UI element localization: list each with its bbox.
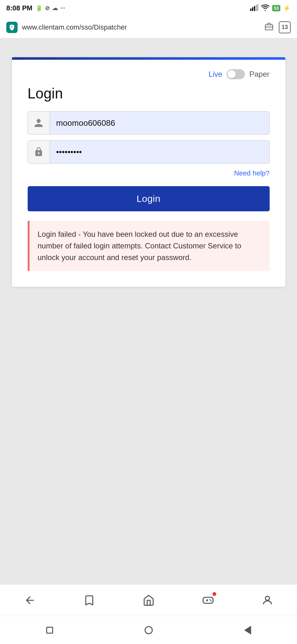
url-display[interactable]: www.clientam.com/sso/Dispatcher xyxy=(22,23,260,31)
nav-profile-button[interactable] xyxy=(258,591,277,610)
card-accent-bar xyxy=(12,57,285,60)
svg-point-10 xyxy=(209,599,211,600)
lock-icon xyxy=(34,147,44,157)
cloud-icon: ☁ xyxy=(52,5,58,12)
svg-point-11 xyxy=(210,600,212,601)
password-input-group xyxy=(28,140,270,164)
status-time: 8:08 PM xyxy=(6,4,32,12)
lock-icon-box xyxy=(28,141,50,163)
username-input-group xyxy=(28,111,270,135)
need-help-link[interactable]: Need help? xyxy=(234,169,270,177)
gamepad-icon xyxy=(202,594,214,606)
status-time-group: 8:08 PM 🔋 ⊘ ☁ ··· xyxy=(6,4,65,12)
browser-bar: www.clientam.com/sso/Dispatcher 13 xyxy=(0,16,297,38)
profile-icon xyxy=(261,594,273,606)
login-button[interactable]: Login xyxy=(28,186,270,211)
nav-games-button[interactable] xyxy=(199,591,217,610)
home-system-button[interactable] xyxy=(143,624,155,636)
live-label: Live xyxy=(208,70,222,79)
error-message-text: Login failed - You have been locked out … xyxy=(38,228,261,264)
username-input[interactable] xyxy=(50,112,269,134)
paper-label: Paper xyxy=(249,70,269,79)
user-icon-box xyxy=(28,112,50,134)
status-icons: 🔋 ⊘ ☁ ··· xyxy=(36,5,65,12)
back-system-icon xyxy=(244,626,251,635)
main-content: Live Paper Login xyxy=(0,38,297,584)
status-bar: 8:08 PM 🔋 ⊘ ☁ ··· xyxy=(0,0,297,16)
browser-action-icons: 13 xyxy=(264,21,291,33)
bookmarks-icon xyxy=(83,594,95,606)
battery-percent: 53 xyxy=(272,5,280,11)
password-input[interactable] xyxy=(50,141,269,163)
recent-apps-icon xyxy=(46,627,53,634)
live-paper-toggle-row: Live Paper xyxy=(28,69,270,79)
error-message-box: Login failed - You have been locked out … xyxy=(28,221,270,271)
system-nav-bar xyxy=(0,616,297,644)
login-card: Live Paper Login xyxy=(12,57,285,287)
charging-icon: ⚡ xyxy=(283,4,291,12)
svg-rect-3 xyxy=(256,5,257,11)
back-arrow-icon xyxy=(24,594,36,606)
svg-rect-0 xyxy=(250,8,251,11)
nav-home-button[interactable] xyxy=(139,591,158,610)
svg-rect-1 xyxy=(252,7,253,11)
briefcase-icon[interactable] xyxy=(264,22,274,32)
vpn-shield-icon xyxy=(6,22,18,33)
user-icon xyxy=(34,118,44,128)
more-icon: ··· xyxy=(60,5,65,12)
live-paper-toggle[interactable] xyxy=(227,69,245,79)
back-system-button[interactable] xyxy=(242,624,254,636)
home-icon xyxy=(143,594,155,606)
status-right: 53 ⚡ xyxy=(250,4,291,13)
dnd-icon: ⊘ xyxy=(45,5,50,12)
card-body: Live Paper Login xyxy=(12,60,285,287)
signal-icon xyxy=(250,4,258,13)
wifi-icon xyxy=(261,4,270,13)
bottom-nav-bar xyxy=(0,584,297,616)
login-title: Login xyxy=(28,85,270,102)
games-notification-badge xyxy=(212,592,216,596)
svg-rect-4 xyxy=(257,4,258,11)
battery-status-icon: 🔋 xyxy=(36,5,42,12)
nav-bookmarks-button[interactable] xyxy=(80,591,99,610)
recent-apps-button[interactable] xyxy=(44,624,56,636)
svg-point-12 xyxy=(265,596,269,600)
nav-back-button[interactable] xyxy=(20,591,39,610)
tab-count-badge[interactable]: 13 xyxy=(279,21,291,33)
toggle-knob xyxy=(228,70,236,78)
need-help-row: Need help? xyxy=(28,169,270,177)
home-system-icon xyxy=(145,626,153,634)
svg-rect-2 xyxy=(254,6,255,11)
